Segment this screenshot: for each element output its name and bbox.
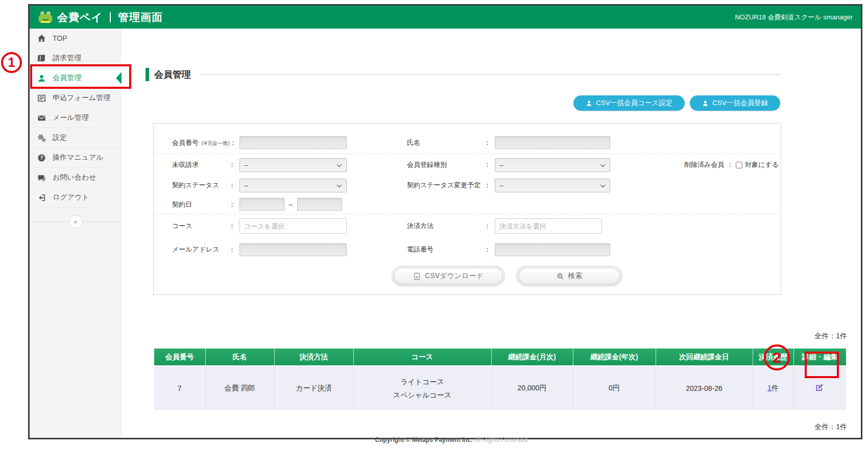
page-title-row: 会員管理 [146, 68, 781, 81]
search-button[interactable]: 検索 [519, 268, 620, 284]
contract-date-from-input[interactable] [239, 198, 284, 211]
csv-download-button-ring: x CSVダウンロード [391, 265, 505, 287]
home-icon [37, 34, 46, 43]
contract-status-change-label: 契約ステータス変更予定： [407, 181, 495, 190]
book-icon [37, 54, 46, 63]
copyright-text: Copyright © Metaps Payment Inc. [375, 436, 473, 443]
collapse-divider-line [83, 221, 122, 222]
csv-download-button[interactable]: x CSVダウンロード [394, 268, 502, 284]
csv-bulk-register-button[interactable]: CSV一括会員登録 [690, 95, 780, 111]
sidebar-item-top[interactable]: TOP [30, 29, 122, 48]
deleted-members-group: 削除済み会員： 対象にする [610, 160, 781, 169]
col-next-billing: 次回継続課金日 [656, 349, 753, 366]
form-icon [37, 94, 46, 103]
col-course: コース [353, 349, 491, 366]
sidebar-item-logout[interactable]: ログアウト [30, 188, 122, 208]
date-range-tilde: ～ [287, 200, 294, 209]
top-bar: 会費ペイ 管理画面 NOZUR18 会費剣道スクール smanager [30, 6, 861, 29]
title-rule-line [200, 75, 781, 75]
form-row-unpaid-regtype: 未収請求： -- 会員登録種別： -- 削除済み会員： 対象にする [154, 154, 781, 176]
col-payment: 決済方法 [274, 349, 353, 366]
cell-name: 会費 四郎 [205, 366, 274, 410]
cell-next-billing: 2023-08-26 [656, 366, 753, 410]
name-label: 氏名： [407, 138, 495, 147]
reg-type-select[interactable]: -- [495, 158, 610, 172]
payment-history-link[interactable]: 1 [767, 384, 771, 392]
page-title: 会員管理 [154, 68, 191, 81]
logout-icon [37, 193, 46, 202]
brand-section: 管理画面 [118, 10, 163, 24]
csv-buttons-row: CSV一括会員コース設定 CSV一括会員登録 [146, 95, 780, 111]
annotation-box-edit-icon [805, 352, 839, 378]
main-content: 会員管理 CSV一括会員コース設定 CSV一括会員登録 会員番号 (※完全一致)… [122, 29, 861, 438]
email-label: メールアドレス： [172, 245, 239, 254]
form-row-email-phone: メールアドレス： 電話番号： [154, 238, 781, 261]
search-icon [557, 272, 564, 280]
course-label: コース： [172, 221, 239, 231]
sidebar-item-application-forms[interactable]: 申込フォーム管理 [30, 88, 122, 108]
payment-method-input[interactable] [495, 218, 602, 234]
sidebar-item-manual[interactable]: ? 操作マニュアル [30, 148, 122, 168]
contract-date-to-input[interactable] [297, 198, 342, 211]
contract-date-label: 契約日： [172, 200, 239, 209]
sidebar-item-label: メール管理 [53, 113, 89, 122]
brand-divider [110, 12, 111, 22]
brand: 会費ペイ 管理画面 [38, 10, 163, 24]
member-no-input[interactable] [239, 136, 347, 149]
sidebar: TOP 請求管理 会員管理 申込フォーム管理 メール管理 設定 ? 操作マニュア… [30, 29, 122, 438]
title-accent-bar [146, 68, 149, 81]
members-table: 会員番号 氏名 決済方法 コース 継続課金(月次) 継続課金(年次) 次回継続課… [154, 349, 846, 410]
phone-input[interactable] [495, 243, 610, 256]
col-monthly: 継続課金(月次) [491, 349, 573, 366]
deleted-members-checkbox[interactable] [736, 162, 742, 168]
sidebar-item-label: 設定 [53, 133, 67, 142]
sidebar-item-label: 請求管理 [53, 54, 81, 63]
cell-monthly: 20,000円 [491, 366, 573, 410]
cell-history: 1件 [753, 366, 793, 410]
name-input[interactable] [495, 136, 610, 149]
sidebar-item-label: お問い合わせ [53, 173, 96, 182]
kaihipay-frog-logo-icon [38, 11, 53, 24]
sidebar-item-mail[interactable]: メール管理 [30, 108, 122, 128]
csv-bulk-course-button[interactable]: CSV一括会員コース設定 [573, 95, 685, 111]
admin-window: 会費ペイ 管理画面 NOZUR18 会費剣道スクール smanager TOP … [28, 4, 862, 439]
edit-member-button[interactable] [815, 383, 825, 393]
collapse-divider-line [30, 221, 69, 222]
col-yearly: 継続課金(年次) [573, 349, 656, 366]
payment-method-label: 決済方法： [407, 221, 495, 231]
sidebar-item-label: ログアウト [53, 193, 89, 202]
total-count-bottom: 全件：1件 [814, 423, 847, 432]
cell-yearly: 0円 [573, 366, 656, 410]
sidebar-collapse-row: « [30, 214, 122, 229]
deleted-members-label: 削除済み会員 [684, 160, 724, 169]
course-input[interactable] [239, 218, 347, 234]
gears-icon [37, 134, 46, 142]
footer: Copyright © Metaps Payment Inc. All Righ… [122, 436, 781, 443]
svg-text:?: ? [40, 155, 43, 160]
sidebar-collapse-button[interactable]: « [69, 215, 83, 229]
user-icon [702, 100, 709, 107]
sidebar-item-contact[interactable]: お問い合わせ [30, 168, 122, 188]
chevron-down-icon [337, 162, 342, 167]
mail-icon [37, 114, 46, 122]
cell-course: ライトコース スペシャルコース [353, 366, 491, 410]
contract-status-select[interactable]: -- [239, 179, 347, 192]
table-header-row: 会員番号 氏名 決済方法 コース 継続課金(月次) 継続課金(年次) 次回継続課… [154, 349, 846, 366]
email-input[interactable] [239, 243, 347, 256]
contract-status-change-select[interactable]: -- [495, 179, 610, 192]
unpaid-label: 未収請求： [172, 160, 239, 169]
chevron-down-icon [600, 162, 606, 167]
search-form-panel: 会員番号 (※完全一致) ： 氏名： 未収請求： -- 会員登録種別： -- 削… [153, 123, 781, 295]
csv-file-icon: x [413, 272, 421, 280]
contract-status-label: 契約ステータス： [172, 181, 239, 190]
form-row-member-name: 会員番号 (※完全一致) ： 氏名： [154, 132, 781, 154]
edit-icon [815, 383, 824, 392]
sidebar-item-label: TOP [53, 34, 67, 42]
chevron-down-icon [600, 182, 606, 187]
unpaid-select[interactable]: -- [239, 158, 347, 172]
form-row-contract-status: 契約ステータス： -- 契約ステータス変更予定： -- [154, 176, 781, 195]
member-no-note: (※完全一致) [202, 140, 230, 146]
form-row-contract-date: 契約日： ～ [154, 195, 781, 214]
member-no-label: 会員番号 (※完全一致) ： [172, 138, 239, 147]
sidebar-item-settings[interactable]: 設定 [30, 128, 122, 148]
